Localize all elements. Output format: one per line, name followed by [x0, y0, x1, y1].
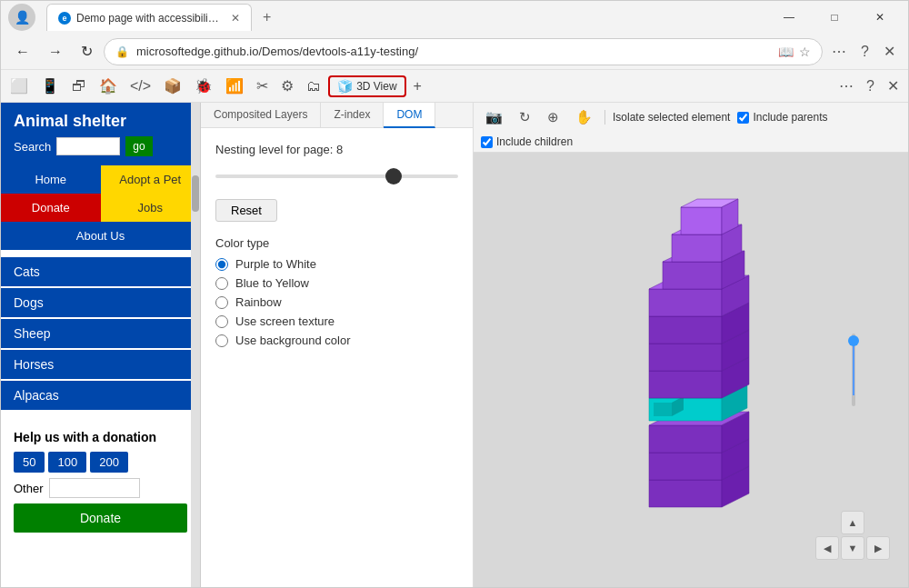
tab-composited-layers[interactable]: Composited Layers [201, 103, 321, 127]
donate-button[interactable]: Donate [14, 503, 187, 533]
minimize-button[interactable]: — [768, 4, 810, 31]
close-tab-button[interactable]: ✕ [231, 12, 240, 25]
radio-blue-to-yellow[interactable]: Blue to Yellow [215, 276, 458, 290]
nav-left-button[interactable]: ◀ [815, 536, 839, 560]
new-tab-button[interactable]: + [255, 5, 278, 29]
list-item[interactable]: Horses [1, 350, 200, 379]
tab-favicon: e [58, 12, 71, 25]
3d-visualization[interactable]: ▲ ◀ ▼ ▶ [474, 153, 908, 587]
radio-label-blue: Blue to Yellow [235, 276, 309, 290]
amount-100-button[interactable]: 100 [48, 452, 86, 473]
other-amount-input[interactable] [49, 478, 140, 498]
back-button[interactable]: ← [8, 40, 37, 64]
pan-button[interactable]: ✋ [571, 106, 597, 128]
other-label: Other [14, 482, 44, 495]
svg-marker-26 [663, 262, 722, 289]
refresh-button[interactable]: ↻ [74, 39, 100, 64]
3d-view-label: 3D View [356, 80, 396, 93]
site-header: Animal shelter Search go [1, 103, 200, 165]
network-button[interactable]: 📦 [158, 74, 187, 98]
browser-window: 👤 e Demo page with accessibility iss ✕ +… [0, 0, 909, 588]
donation-title: Help us with a donation [14, 430, 187, 444]
include-parents-checkbox-row: Include parents [737, 111, 827, 124]
tab-dom[interactable]: DOM [384, 103, 435, 128]
include-parents-checkbox[interactable] [737, 112, 749, 124]
radio-input-rainbow[interactable] [215, 296, 228, 309]
settings-cog-button[interactable]: ⚙ [275, 74, 299, 98]
list-item[interactable]: Cats [1, 257, 200, 286]
help-devtools-button[interactable]: ? [861, 75, 880, 98]
maximize-button[interactable]: □ [814, 4, 855, 31]
dock-button[interactable]: 🗗 [66, 75, 92, 98]
nav-jobs-link[interactable]: Jobs [101, 194, 201, 222]
radio-screen-texture[interactable]: Use screen texture [215, 314, 458, 328]
screenshot-button[interactable]: 📷 [481, 106, 507, 128]
nav-about-link[interactable]: About Us [1, 222, 200, 250]
url-bar[interactable]: 🔒 microsoftedge.github.io/Demos/devtools… [104, 38, 823, 65]
wifi-button[interactable]: 📶 [220, 74, 249, 98]
profile-button[interactable]: 👤 [8, 4, 35, 31]
svg-marker-14 [649, 371, 722, 398]
nesting-level-value: 8 [336, 143, 343, 156]
vertical-slider-line [853, 341, 854, 395]
sensors-button[interactable]: ✂ [251, 74, 274, 98]
nesting-level-label: Nesting level for page: [215, 143, 333, 156]
radio-rainbow[interactable]: Rainbow [215, 295, 458, 309]
favorites-icon[interactable]: ☆ [799, 45, 811, 59]
3d-view-button[interactable]: 🧊 3D View [328, 75, 405, 97]
amount-50-button[interactable]: 50 [14, 452, 45, 473]
search-go-button[interactable]: go [125, 136, 152, 156]
add-panel-button[interactable]: + [408, 75, 427, 98]
more-tools-button[interactable]: ⋯ [834, 74, 859, 98]
reset-button[interactable]: Reset [215, 199, 277, 222]
include-parents-label: Include parents [753, 111, 827, 124]
sources-button[interactable]: </> [125, 75, 156, 98]
list-item[interactable]: Dogs [1, 288, 200, 317]
collections-button[interactable]: ⋯ [826, 39, 852, 64]
search-input[interactable] [56, 137, 120, 155]
radio-purple-to-white[interactable]: Purple to White [215, 257, 458, 271]
3d-view-panel: 📷 ↻ ⊕ ✋ Isolate selected element Include… [474, 103, 908, 587]
sidebar-scroll[interactable]: Animal shelter Search go Home Adopt a Pe… [1, 103, 200, 587]
include-children-checkbox[interactable] [481, 136, 493, 148]
nav-up-button[interactable]: ▲ [841, 511, 864, 534]
3d-view-content: ▲ ◀ ▼ ▶ [474, 153, 908, 587]
settings-button[interactable]: ✕ [878, 39, 901, 64]
active-tab[interactable]: e Demo page with accessibility iss ✕ [46, 4, 252, 31]
performance-button[interactable]: 🐞 [189, 74, 218, 98]
tab-z-index[interactable]: Z-index [321, 103, 384, 127]
include-children-label: Include children [496, 135, 573, 148]
other-amount-row: Other [14, 478, 187, 498]
radio-input-screen[interactable] [215, 315, 228, 328]
amount-200-button[interactable]: 200 [90, 452, 128, 473]
elements-button[interactable]: 🏠 [94, 74, 123, 98]
nav-down-button[interactable]: ▼ [841, 536, 864, 560]
radio-label-rainbow: Rainbow [235, 295, 282, 309]
nav-adopt-link[interactable]: Adopt a Pet [101, 165, 201, 194]
nav-home-link[interactable]: Home [1, 165, 101, 194]
refresh-3d-button[interactable]: ↻ [514, 106, 535, 128]
nesting-slider[interactable] [215, 174, 458, 178]
radio-input-purple[interactable] [215, 258, 228, 271]
read-mode-icon[interactable]: 📖 [778, 45, 794, 59]
forward-button[interactable]: → [41, 40, 70, 64]
close-devtools-button[interactable]: ✕ [882, 74, 904, 98]
device-toolbar-button[interactable]: 📱 [35, 74, 65, 98]
radio-input-bg[interactable] [215, 334, 228, 347]
orbit-button[interactable]: ⊕ [543, 106, 564, 128]
list-item[interactable]: Alpacas [1, 381, 200, 410]
nav-donate-link[interactable]: Donate [1, 194, 101, 222]
donation-section: Help us with a donation 50 100 200 Other… [1, 419, 200, 543]
nav-right-button[interactable]: ▶ [866, 536, 890, 560]
vertical-slider-thumb[interactable] [848, 335, 859, 346]
site-navigation: Home Adopt a Pet Donate Jobs About Us [1, 165, 200, 250]
search-label: Search [14, 140, 51, 154]
radio-input-blue[interactable] [215, 277, 228, 290]
list-item[interactable]: Sheep [1, 319, 200, 348]
help-button[interactable]: ? [855, 39, 874, 64]
radio-background-color[interactable]: Use background color [215, 334, 458, 347]
layers-button[interactable]: 🗂 [301, 75, 326, 98]
inspect-element-button[interactable]: ⬜ [5, 74, 34, 98]
close-window-button[interactable]: ✕ [859, 4, 901, 31]
vertical-slider[interactable] [852, 334, 855, 406]
